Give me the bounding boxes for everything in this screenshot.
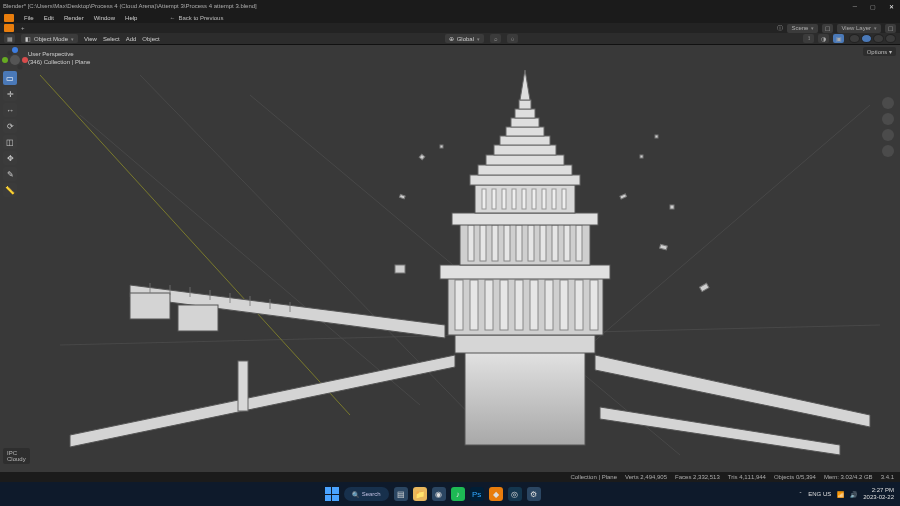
svg-line-6: [80, 115, 420, 405]
tray-volume-icon[interactable]: 🔊: [850, 491, 857, 498]
search-placeholder: Search: [362, 491, 381, 497]
back-to-previous-button[interactable]: ← Back to Previous: [169, 15, 223, 21]
vp-menu-object[interactable]: Object: [142, 36, 159, 42]
svg-rect-55: [515, 109, 535, 118]
spotify-icon[interactable]: ♪: [451, 487, 465, 501]
taskbar-search[interactable]: 🔍 Search: [344, 487, 389, 501]
file-explorer-icon[interactable]: 📁: [413, 487, 427, 501]
menu-help[interactable]: Help: [125, 15, 137, 21]
arrow-left-icon: ←: [169, 15, 175, 21]
svg-rect-53: [506, 127, 544, 136]
status-verts: Verts 2,494,905: [625, 474, 667, 480]
settings-icon[interactable]: ⚙: [527, 487, 541, 501]
svg-rect-77: [700, 283, 709, 291]
main-menubar: File Edit Render Window Help ← Back to P…: [0, 12, 900, 23]
workspace-add-button[interactable]: +: [18, 25, 28, 31]
shading-rendered[interactable]: [885, 34, 896, 43]
window-titlebar: Blender* [C:\Users\Max\Desktop\Process 4…: [0, 0, 900, 12]
svg-rect-74: [440, 145, 443, 148]
svg-rect-44: [532, 189, 536, 209]
svg-rect-22: [560, 280, 568, 330]
blender-icon[interactable]: ◆: [489, 487, 503, 501]
svg-rect-47: [562, 189, 566, 209]
new-viewlayer-button[interactable]: ☐: [885, 24, 896, 33]
status-collection: Collection | Plane: [570, 474, 617, 480]
tray-language[interactable]: ENG US: [808, 491, 831, 497]
back-label: Back to Previous: [178, 15, 223, 21]
svg-rect-54: [511, 118, 539, 127]
menu-file[interactable]: File: [24, 15, 34, 21]
proportional-edit-toggle[interactable]: ○: [507, 34, 518, 43]
vp-menu-select[interactable]: Select: [103, 36, 120, 42]
svg-rect-31: [516, 225, 522, 261]
tray-date[interactable]: 2023-02-22: [863, 494, 894, 501]
vp-menu-view[interactable]: View: [84, 36, 97, 42]
svg-rect-25: [440, 265, 610, 279]
svg-rect-75: [620, 194, 627, 199]
tray-wifi-icon[interactable]: 📶: [837, 491, 844, 498]
svg-rect-21: [545, 280, 553, 330]
chrome-icon[interactable]: ◉: [432, 487, 446, 501]
shading-material[interactable]: [873, 34, 884, 43]
svg-line-11: [40, 75, 350, 415]
status-bar: Collection | Plane Verts 2,494,905 Faces…: [0, 472, 900, 482]
svg-rect-40: [492, 189, 496, 209]
steam-icon[interactable]: ◎: [508, 487, 522, 501]
scene-icon: ⓘ: [777, 24, 783, 33]
viewlayer-label: View Layer: [841, 25, 871, 31]
new-scene-button[interactable]: ☐: [822, 24, 833, 33]
start-button[interactable]: [325, 487, 339, 501]
svg-rect-72: [399, 194, 405, 199]
show-gizmo-toggle[interactable]: ⟟: [803, 34, 814, 43]
scene-dropdown[interactable]: Scene▾: [787, 24, 818, 33]
svg-rect-52: [500, 136, 550, 145]
editor-type-dropdown[interactable]: ▦: [4, 34, 15, 43]
show-overlays-toggle[interactable]: ◑: [818, 34, 829, 43]
close-button[interactable]: ✕: [885, 3, 897, 10]
status-objects: Objects 0/5,394: [774, 474, 816, 480]
window-title: Blender* [C:\Users\Max\Desktop\Process 4…: [3, 3, 257, 9]
svg-rect-76: [660, 244, 668, 250]
svg-marker-57: [520, 70, 530, 100]
svg-rect-73: [419, 154, 425, 160]
workspace-header: + ⓘ Scene▾ ☐ View Layer▾ ☐: [0, 23, 900, 33]
shading-solid[interactable]: [861, 34, 872, 43]
shading-wireframe[interactable]: [849, 34, 860, 43]
menu-edit[interactable]: Edit: [44, 15, 54, 21]
tray-chevron-icon[interactable]: ˄: [799, 491, 802, 498]
svg-rect-24: [590, 280, 598, 330]
svg-rect-51: [494, 145, 556, 155]
svg-marker-61: [130, 285, 445, 338]
svg-rect-81: [395, 265, 405, 273]
orientation-dropdown[interactable]: ⊕ Global ▾: [445, 34, 484, 43]
svg-rect-13: [455, 335, 595, 353]
menu-render[interactable]: Render: [64, 15, 84, 21]
task-view-icon[interactable]: ▤: [394, 487, 408, 501]
workspace-tab[interactable]: [4, 24, 14, 32]
minimize-button[interactable]: ─: [849, 3, 861, 10]
menu-window[interactable]: Window: [94, 15, 115, 21]
3d-viewport[interactable]: Options ▾ ▭ ✛ ↔ ⟳ ◫ ✥ ✎ 📏 User Perspecti…: [0, 45, 900, 472]
mode-dropdown[interactable]: ◧ Object Mode ▾: [21, 34, 78, 43]
svg-rect-48: [470, 175, 580, 185]
svg-rect-63: [178, 305, 218, 331]
xray-toggle[interactable]: ▣: [833, 34, 844, 43]
svg-rect-49: [478, 165, 572, 175]
globe-icon: ⊕: [449, 35, 454, 42]
svg-rect-19: [515, 280, 523, 330]
photoshop-icon[interactable]: Ps: [470, 487, 484, 501]
svg-rect-43: [522, 189, 526, 209]
vp-menu-add[interactable]: Add: [126, 36, 137, 42]
svg-rect-17: [485, 280, 493, 330]
svg-rect-56: [519, 100, 531, 109]
blender-logo-icon[interactable]: [4, 14, 14, 22]
svg-rect-30: [504, 225, 510, 261]
maximize-button[interactable]: ▢: [867, 3, 879, 10]
scene-geometry: [0, 45, 900, 472]
tray-time[interactable]: 2:27 PM: [863, 487, 894, 494]
orientation-label: Global: [457, 36, 474, 42]
svg-rect-80: [670, 205, 674, 209]
status-faces: Faces 2,332,513: [675, 474, 720, 480]
snap-toggle[interactable]: ⌕: [490, 34, 501, 43]
viewlayer-dropdown[interactable]: View Layer▾: [837, 24, 881, 33]
